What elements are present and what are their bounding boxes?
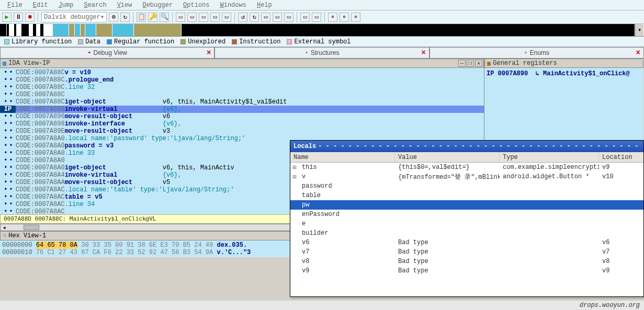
tb-icon[interactable]: ▭ xyxy=(300,13,310,22)
menu-debugger[interactable]: Debugger xyxy=(137,1,178,10)
disasm-line[interactable]: • •CODE:0007A88C v = v10 xyxy=(0,69,484,76)
expand-icon[interactable]: ⊞ xyxy=(290,164,299,171)
tb-icon[interactable]: ↻ xyxy=(120,13,130,22)
navigation-strip[interactable]: ▾ xyxy=(0,24,644,37)
legend-item: Library function xyxy=(4,38,72,45)
col-type[interactable]: Type xyxy=(500,152,599,162)
close-icon[interactable]: × xyxy=(421,49,425,57)
disasm-line[interactable]: • •CODE:0007A88C xyxy=(0,91,484,98)
tb-icon[interactable]: ⚬ xyxy=(328,13,337,22)
locals-body[interactable]: ⊞this{this$0=,val$edit=}com.example.simp… xyxy=(290,163,643,296)
disasm-line[interactable]: IPCODE:0007A890 invoke-virtual {v6}, xyxy=(0,106,484,113)
tb-icon[interactable]: ▭ xyxy=(284,13,293,22)
tab-debug-view[interactable]: ▪Debug View× xyxy=(0,47,214,58)
menu-file[interactable]: File xyxy=(2,1,28,10)
hex-view-title: Hex View-1 xyxy=(8,232,46,239)
locals-row[interactable]: e xyxy=(290,219,643,228)
close-icon[interactable]: × xyxy=(207,49,211,57)
locals-row[interactable]: builder xyxy=(290,228,643,238)
menu-search[interactable]: Search xyxy=(78,1,111,10)
close-icon[interactable]: ✕ xyxy=(475,60,482,67)
col-name[interactable]: Name xyxy=(290,152,395,162)
expand-icon[interactable]: ⊞ xyxy=(290,173,299,181)
legend-item: External symbol xyxy=(287,38,351,45)
pause-button[interactable]: ⏸ xyxy=(14,13,23,22)
legend-bar: Library functionDataRegular functionUnex… xyxy=(0,37,644,47)
tb-icon[interactable]: ▭ xyxy=(176,13,185,22)
tb-icon[interactable]: ↻ xyxy=(250,13,259,22)
disasm-line[interactable]: • •CODE:0007A89E move-result-object v3 xyxy=(0,128,484,135)
locals-row[interactable]: table xyxy=(290,191,643,200)
registers-title: General registers xyxy=(493,60,557,67)
tb-icon[interactable]: 🔍 xyxy=(160,13,169,22)
debugger-combo[interactable]: Dalvik debugger▾ xyxy=(41,12,107,22)
tb-icon[interactable]: ↺ xyxy=(238,13,247,22)
legend-item: Regular function xyxy=(107,38,174,45)
footer-text: drops.wooyun.org xyxy=(580,302,640,309)
tab-bar: ▪Debug View×▪Structures×▪Enums× xyxy=(0,47,644,59)
locals-row[interactable]: v9Bad typev9 xyxy=(290,266,643,275)
col-location[interactable]: Location xyxy=(599,152,630,162)
ida-view-title: IDA View-IP xyxy=(8,60,50,67)
menu-help[interactable]: Help xyxy=(252,1,277,10)
locals-titlebar[interactable]: Locals - - - - - - - - - - - - - - - - -… xyxy=(290,141,643,152)
menu-jump[interactable]: Jump xyxy=(53,1,79,10)
col-value[interactable]: Value xyxy=(395,152,500,162)
locals-row[interactable]: v6Bad typev6 xyxy=(290,238,643,247)
tb-icon[interactable]: ▭ xyxy=(222,13,231,22)
tab-structures[interactable]: ▪Structures× xyxy=(214,47,429,58)
run-button[interactable]: ▶ xyxy=(2,13,12,22)
menu-view[interactable]: View xyxy=(112,1,138,10)
legend-item: Unexplored xyxy=(180,38,225,45)
locals-window[interactable]: Locals - - - - - - - - - - - - - - - - -… xyxy=(290,140,644,297)
disasm-line[interactable]: • •CODE:0007A88C iget-object v6, this, M… xyxy=(0,98,484,106)
ida-view-header: ▦ IDA View-IP — ❐ ✕ xyxy=(0,59,484,68)
locals-row[interactable]: ⊞v{mTransformed="登 录",mBlink…android.wid… xyxy=(290,172,643,181)
disasm-line[interactable]: • •CODE:0007A898 invoke-interface {v6}, xyxy=(0,120,484,128)
tb-icon[interactable]: ▭ xyxy=(210,13,220,22)
view-icon: ▦ xyxy=(3,60,6,67)
tb-icon[interactable]: 🔑 xyxy=(148,13,157,22)
disasm-line[interactable]: • •CODE:0007A896 move-result-object v6 xyxy=(0,113,484,120)
footer: drops.wooyun.org xyxy=(0,301,644,310)
close-icon[interactable]: × xyxy=(636,49,640,57)
tb-icon[interactable]: ⚬ xyxy=(340,13,349,22)
locals-row[interactable]: v7Bad typev7 xyxy=(290,247,643,257)
tb-icon[interactable]: ▭ xyxy=(273,13,282,22)
disasm-line[interactable]: • •CODE:0007A88C .line 32 xyxy=(0,84,484,91)
tb-icon[interactable]: ▭ xyxy=(187,13,197,22)
tb-icon[interactable]: 📋 xyxy=(137,13,146,22)
reg-icon: ▣ xyxy=(487,60,491,67)
tb-icon[interactable]: ▭ xyxy=(312,13,321,22)
locals-row[interactable]: ⊞this{this$0=,val$edit=}com.example.simp… xyxy=(290,163,643,172)
locals-row[interactable]: pw xyxy=(290,200,643,210)
legend-item: Instruction xyxy=(232,38,280,45)
tb-icon[interactable]: ⚙ xyxy=(109,13,118,22)
restore-icon[interactable]: ❐ xyxy=(467,60,474,67)
ip-register-line: IP 0007A890 ↳ MainActivity$1_onClick@ xyxy=(487,70,630,77)
registers-header: ▣ General registers xyxy=(484,59,643,68)
locals-row[interactable]: enPassword xyxy=(290,210,643,219)
menu-edit[interactable]: Edit xyxy=(28,1,53,10)
disasm-line[interactable]: • •CODE:0007A88C .prologue_end xyxy=(0,76,484,84)
toolbar: ▶ ⏸ ■ Dalvik debugger▾ ⚙ ↻ 📋 🔑 🔍 ▭ ▭ ▭ ▭… xyxy=(0,10,644,24)
locals-row[interactable]: v8Bad typev8 xyxy=(290,257,643,266)
menu-options[interactable]: Options xyxy=(178,1,214,10)
minimize-icon[interactable]: — xyxy=(458,60,466,67)
tb-icon[interactable]: ⚬ xyxy=(351,13,360,22)
title-dashes: - - - - - - - - - - - - - - - - - - - - … xyxy=(318,141,640,152)
tb-icon[interactable]: ▭ xyxy=(199,13,208,22)
menu-bar: FileEditJumpSearchViewDebuggerOptionsWin… xyxy=(0,0,644,10)
locals-header: Name Value Type Location xyxy=(290,152,643,163)
locals-title-text: Locals xyxy=(293,141,316,152)
stop-button[interactable]: ■ xyxy=(25,13,35,22)
hex-icon: ○ xyxy=(3,232,6,239)
tb-icon[interactable]: ▭ xyxy=(261,13,270,22)
menu-windows[interactable]: Windows xyxy=(215,1,252,10)
locals-row[interactable]: password xyxy=(290,181,643,191)
legend-item: Data xyxy=(78,38,100,45)
tab-enums[interactable]: ▪Enums× xyxy=(430,47,644,58)
